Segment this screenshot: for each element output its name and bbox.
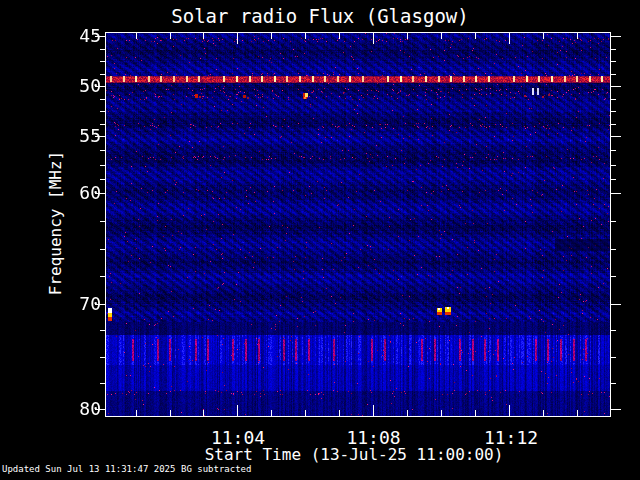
x-tick-label: 11:12 bbox=[466, 427, 556, 448]
y-tick-label: 80 bbox=[55, 401, 101, 417]
y-axis-tick bbox=[611, 179, 616, 180]
x-axis-tick bbox=[136, 410, 137, 416]
footer-updated-timestamp: Updated Sun Jul 13 11:31:47 2025 bbox=[2, 464, 175, 474]
x-axis-tick bbox=[475, 410, 476, 416]
x-axis-tick bbox=[339, 33, 340, 39]
spectrogram-canvas bbox=[106, 33, 610, 416]
x-axis-tick bbox=[577, 410, 578, 416]
y-axis-tick bbox=[611, 221, 616, 222]
y-axis-tick bbox=[611, 150, 616, 151]
y-axis-tick bbox=[611, 99, 616, 100]
x-tick-label: 11:04 bbox=[193, 427, 283, 448]
x-axis-tick bbox=[509, 33, 510, 44]
x-axis-tick bbox=[475, 33, 476, 39]
y-axis-tick bbox=[100, 357, 105, 358]
y-axis-tick bbox=[611, 330, 616, 331]
y-axis-tick bbox=[611, 249, 616, 250]
x-tick-label: 11:08 bbox=[329, 427, 419, 448]
x-axis-tick bbox=[509, 405, 510, 416]
y-tick-label: 55 bbox=[55, 128, 101, 144]
y-axis-tick bbox=[100, 49, 105, 50]
x-axis-tick bbox=[543, 33, 544, 39]
x-axis-tick bbox=[441, 33, 442, 39]
y-axis-tick bbox=[100, 165, 105, 166]
y-axis-tick bbox=[611, 357, 616, 358]
x-axis-tick bbox=[170, 33, 171, 39]
y-axis-tick bbox=[100, 383, 105, 384]
y-axis-tick bbox=[100, 221, 105, 222]
y-axis-tick bbox=[100, 179, 105, 180]
y-axis-tick bbox=[100, 249, 105, 250]
x-axis-tick bbox=[373, 33, 374, 44]
y-axis-tick bbox=[611, 49, 616, 50]
x-axis-tick bbox=[203, 410, 204, 416]
y-tick-label: 50 bbox=[55, 78, 101, 94]
y-axis-tick bbox=[100, 61, 105, 62]
y-axis-tick bbox=[611, 383, 616, 384]
x-axis-tick bbox=[271, 33, 272, 39]
y-axis-title: Frequency [MHz] bbox=[46, 151, 65, 296]
x-axis-tick bbox=[271, 410, 272, 416]
x-axis-tick bbox=[305, 410, 306, 416]
y-axis-tick bbox=[611, 124, 616, 125]
y-axis-tick bbox=[611, 74, 616, 75]
x-axis-tick bbox=[441, 410, 442, 416]
y-axis-tick bbox=[611, 409, 621, 410]
y-axis-tick bbox=[100, 111, 105, 112]
y-axis-tick bbox=[611, 193, 621, 194]
x-axis-tick bbox=[339, 410, 340, 416]
y-tick-label: 60 bbox=[55, 185, 101, 201]
y-tick-label: 70 bbox=[55, 296, 101, 312]
y-axis-tick bbox=[100, 330, 105, 331]
spectrogram-page: { "footer": { "updated": "Updated Sun Ju… bbox=[0, 0, 640, 480]
page-title: Solar radio Flux (Glasgow) bbox=[0, 5, 640, 27]
y-axis-tick bbox=[611, 136, 621, 137]
x-axis-tick bbox=[305, 33, 306, 39]
y-axis-tick bbox=[611, 276, 616, 277]
x-axis-tick bbox=[136, 33, 137, 39]
x-axis-tick bbox=[407, 33, 408, 39]
x-axis-tick bbox=[407, 410, 408, 416]
x-axis-tick bbox=[170, 410, 171, 416]
y-axis-tick bbox=[611, 165, 616, 166]
y-axis-tick bbox=[100, 276, 105, 277]
y-axis-tick bbox=[611, 36, 621, 37]
y-axis-tick bbox=[611, 111, 616, 112]
x-axis-tick bbox=[543, 410, 544, 416]
spectrogram-plot bbox=[105, 32, 611, 417]
x-axis-tick bbox=[373, 405, 374, 416]
y-axis-tick bbox=[100, 150, 105, 151]
y-tick-label: 45 bbox=[55, 28, 101, 44]
x-axis-tick bbox=[203, 33, 204, 39]
y-axis-tick bbox=[611, 61, 616, 62]
y-axis-tick bbox=[100, 99, 105, 100]
x-axis-tick bbox=[237, 33, 238, 44]
y-axis-tick bbox=[611, 86, 621, 87]
y-axis-tick bbox=[611, 304, 621, 305]
footer-bg-subtracted-note: BG subtracted bbox=[181, 464, 251, 474]
x-axis-tick bbox=[577, 33, 578, 39]
x-axis-tick bbox=[237, 405, 238, 416]
